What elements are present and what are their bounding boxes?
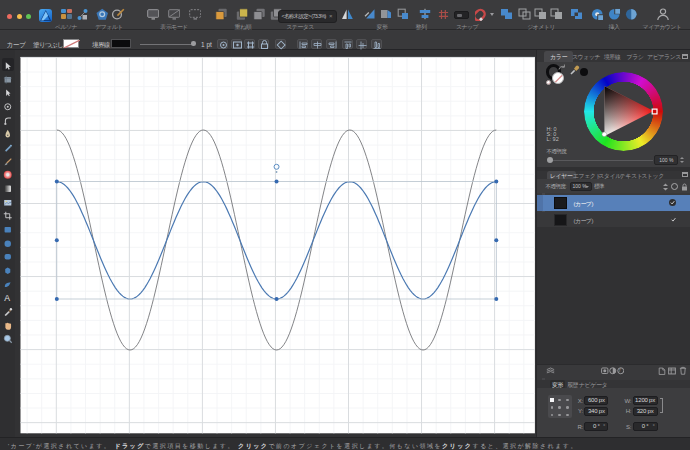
svg-text:f: f [619, 368, 621, 373]
svg-text:A: A [4, 293, 10, 303]
